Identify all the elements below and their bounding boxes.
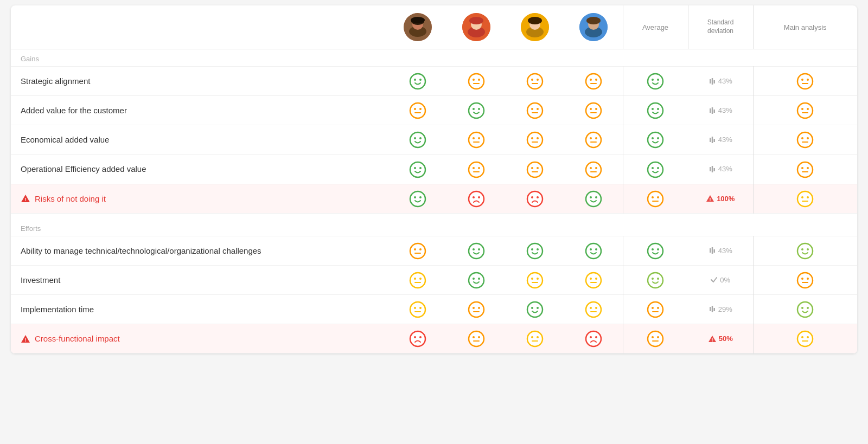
rating-strategic-alignment-1[interactable] <box>388 67 447 96</box>
rating-strategic-alignment-4[interactable] <box>564 67 623 96</box>
rating-added-value-customer-2[interactable] <box>447 96 506 125</box>
rating-added-value-customer-1[interactable] <box>388 96 447 125</box>
rating-investment-1[interactable] <box>388 265 447 294</box>
avatar-1[interactable] <box>404 13 432 41</box>
svg-point-120 <box>797 191 813 207</box>
svg-point-134 <box>595 248 597 250</box>
svg-point-85 <box>478 167 480 169</box>
rating-operational-efficiency-4[interactable] <box>564 155 623 184</box>
rating-ability-manage-2[interactable] <box>447 236 506 265</box>
table-header: Average Standard deviation Main analysis <box>11 5 857 49</box>
rating-risks-not-doing-1[interactable] <box>388 184 447 213</box>
rating-strategic-alignment-2[interactable] <box>447 67 506 96</box>
svg-point-127 <box>473 248 475 250</box>
rating-operational-efficiency-1[interactable] <box>388 155 447 184</box>
avatar-3[interactable] <box>521 13 549 41</box>
svg-point-155 <box>595 278 597 280</box>
svg-point-116 <box>652 196 654 198</box>
svg-point-31 <box>657 79 659 81</box>
warning-icon: ! <box>21 194 30 203</box>
svg-point-164 <box>419 307 422 309</box>
svg-point-35 <box>797 74 813 89</box>
svg-point-51 <box>652 108 654 110</box>
svg-point-98 <box>797 162 813 177</box>
svg-point-52 <box>657 108 659 110</box>
rating-cross-functional-3[interactable] <box>506 324 564 353</box>
warning-icon: ! <box>21 334 30 344</box>
risk-label-text: Risks of not doing it <box>35 194 106 203</box>
rating-cross-functional-2[interactable] <box>447 324 506 353</box>
svg-point-62 <box>469 132 484 147</box>
rating-risks-not-doing-4[interactable] <box>564 184 623 213</box>
main-ability-manage <box>753 236 857 265</box>
rating-investment-2[interactable] <box>447 265 506 294</box>
rating-operational-efficiency-2[interactable] <box>447 155 506 184</box>
svg-point-171 <box>586 302 601 317</box>
svg-point-60 <box>414 137 416 139</box>
svg-point-24 <box>531 79 533 81</box>
svg-point-70 <box>595 137 597 139</box>
rating-cross-functional-1[interactable] <box>388 324 447 353</box>
rating-economical-added-value-4[interactable] <box>564 125 623 155</box>
rating-investment-4[interactable] <box>564 265 623 294</box>
rating-implementation-time-3[interactable] <box>506 294 564 324</box>
svg-rect-55 <box>713 110 715 113</box>
svg-point-103 <box>410 191 425 207</box>
rating-implementation-time-2[interactable] <box>447 294 506 324</box>
rating-ability-manage-1[interactable] <box>388 236 447 265</box>
svg-point-128 <box>478 248 480 250</box>
rating-ability-manage-3[interactable] <box>506 236 564 265</box>
svg-point-166 <box>473 307 475 309</box>
svg-point-133 <box>590 248 592 250</box>
average-added-value-customer <box>623 96 688 125</box>
rating-added-value-customer-4[interactable] <box>564 96 623 125</box>
svg-point-79 <box>807 137 809 139</box>
svg-point-28 <box>595 79 597 81</box>
svg-point-36 <box>801 79 803 81</box>
svg-point-77 <box>797 132 813 147</box>
svg-point-162 <box>410 302 425 317</box>
svg-point-40 <box>419 108 422 110</box>
rating-risks-not-doing-2[interactable] <box>447 184 506 213</box>
svg-point-25 <box>537 79 539 81</box>
svg-point-114 <box>595 196 597 198</box>
rating-added-value-customer-3[interactable] <box>506 96 564 125</box>
svg-point-146 <box>419 278 422 280</box>
main-analysis-column-header: Main analysis <box>753 5 857 49</box>
svg-point-110 <box>531 196 533 198</box>
svg-rect-140 <box>713 249 715 253</box>
std-column-header: Standard deviation <box>688 5 753 49</box>
svg-point-137 <box>657 248 659 250</box>
svg-point-87 <box>531 167 533 169</box>
rating-economical-added-value-1[interactable] <box>388 125 447 155</box>
avatar-2[interactable] <box>462 13 490 41</box>
svg-point-148 <box>473 278 475 280</box>
rating-risks-not-doing-3[interactable] <box>506 184 564 213</box>
svg-point-93 <box>652 167 654 169</box>
svg-rect-97 <box>713 168 715 171</box>
svg-point-71 <box>648 132 663 147</box>
rating-cross-functional-4[interactable] <box>564 324 623 353</box>
svg-point-204 <box>807 336 809 338</box>
label-investment: Investment <box>11 265 388 294</box>
svg-point-48 <box>590 108 592 110</box>
row-implementation-time: Implementation time 29% <box>11 294 857 324</box>
svg-point-17 <box>410 74 425 89</box>
rating-operational-efficiency-3[interactable] <box>506 155 564 184</box>
rating-investment-3[interactable] <box>506 265 564 294</box>
svg-point-46 <box>537 108 539 110</box>
row-cross-functional: ! Cross-functional impact ! <box>11 324 857 353</box>
rating-strategic-alignment-3[interactable] <box>506 67 564 96</box>
avatar-4[interactable] <box>579 13 608 41</box>
rating-economical-added-value-3[interactable] <box>506 125 564 155</box>
svg-point-92 <box>648 162 663 177</box>
svg-point-141 <box>797 243 813 259</box>
svg-point-158 <box>657 278 659 280</box>
svg-point-106 <box>469 191 484 207</box>
svg-point-20 <box>469 74 484 89</box>
rating-implementation-time-1[interactable] <box>388 294 447 324</box>
rating-economical-added-value-2[interactable] <box>447 125 506 155</box>
svg-point-30 <box>652 79 654 81</box>
rating-ability-manage-4[interactable] <box>564 236 623 265</box>
rating-implementation-time-4[interactable] <box>564 294 623 324</box>
